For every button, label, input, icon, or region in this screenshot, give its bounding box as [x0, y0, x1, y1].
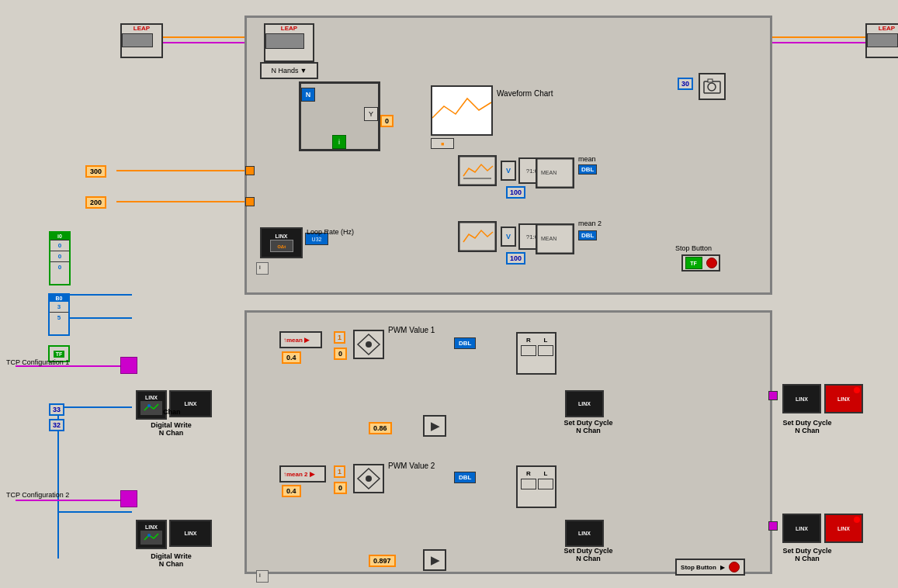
linx-block-dw-2[interactable]: LINX	[169, 520, 212, 547]
stop-button-label-1: Stop Button	[675, 244, 712, 252]
stop-circle-1	[706, 258, 717, 268]
subdiagram-i: i	[256, 262, 269, 275]
linx-right-4[interactable]: LINX	[824, 514, 863, 543]
const-04-1: 0.4	[282, 351, 301, 364]
digital-write-label-2: Digital Write N Chan	[142, 552, 200, 568]
set-duty-label-1: Set Duty Cycle N Chan	[557, 419, 619, 434]
boolean-indicator: TF	[685, 257, 702, 269]
loop-rate-label: Loop Rate (Hz)	[307, 228, 354, 236]
dbl-pwm-2: DBL	[454, 472, 476, 483]
v-node-2[interactable]: V	[501, 227, 516, 247]
stats-icon	[459, 157, 495, 185]
chan-label: Chan	[163, 408, 181, 416]
linx-icon-2	[143, 532, 160, 543]
const-04-2: 0.4	[282, 485, 301, 497]
rl-matrix-1[interactable]: R L	[516, 332, 556, 375]
svg-point-34	[366, 341, 372, 348]
svg-rect-31	[708, 79, 713, 82]
tunnel-pink-top-right	[768, 391, 778, 400]
linx-loop-rate[interactable]: LINX ⊙Δt	[260, 227, 303, 258]
statistics-mean-1[interactable]	[458, 155, 497, 186]
svg-rect-26	[459, 223, 495, 251]
rl-matrix-2[interactable]: R L	[516, 465, 556, 508]
y-terminal: Y	[364, 107, 378, 121]
const-0-1: 0	[334, 348, 347, 360]
svg-point-36	[366, 476, 372, 482]
linx-right-2[interactable]: LINX	[824, 384, 863, 413]
tcp-config-1-block[interactable]	[120, 357, 137, 374]
const-100-1: 100	[506, 186, 525, 199]
const-100-2: 100	[506, 252, 525, 265]
tunnel-200	[245, 197, 255, 206]
v-node-1[interactable]: V	[501, 161, 516, 181]
block-diagram-canvas: LEAP LEAP LEAP N Hands ▼ N Y i 0 Wavefor…	[0, 0, 898, 588]
camera-icon-node[interactable]	[699, 73, 726, 100]
select-node-1[interactable]	[353, 330, 384, 359]
leap-block-top-middle[interactable]: LEAP	[264, 23, 314, 62]
compare-node-1[interactable]: ▶	[423, 415, 446, 437]
set-duty-label-2: Set Duty Cycle N Chan	[557, 547, 619, 562]
linx-icon-1	[143, 403, 160, 413]
subdiagram-i-bottom: i	[256, 570, 269, 583]
chart-svg	[432, 87, 491, 134]
tunnel-pink-bottom-right	[768, 521, 778, 531]
statistics-mean2-1[interactable]	[458, 221, 497, 252]
const-086: 0.86	[369, 422, 392, 434]
dbl-mean-2: DBL	[578, 230, 597, 240]
pwm-value-2-label: PWM Value 2	[388, 462, 435, 470]
statistics-mean2-2[interactable]: MEAN	[536, 223, 574, 254]
build-array-node: ■	[431, 138, 454, 149]
waveform-chart[interactable]	[431, 85, 493, 136]
stop-button-control-1[interactable]: TF	[681, 254, 720, 272]
svg-rect-21	[432, 87, 491, 134]
svg-text:MEAN: MEAN	[541, 236, 556, 241]
statistics-mean-2-node[interactable]: MEAN	[536, 157, 574, 189]
stats-icon-4: MEAN	[537, 225, 573, 253]
mean-arrow-1[interactable]: ↑mean ▶	[279, 331, 322, 348]
const-0-2: 0	[334, 482, 347, 494]
n-terminal: N	[301, 88, 315, 102]
stop-button-text-2: Stop Button	[681, 564, 716, 571]
linx-block-bottom-1[interactable]: LINX	[136, 390, 167, 420]
leap-block-top-right[interactable]: LEAP	[865, 23, 898, 58]
const-33: 33	[49, 403, 64, 416]
const-0897: 0.897	[369, 555, 396, 567]
linx-right-1[interactable]: LINX	[782, 384, 821, 413]
linx-set-duty-1[interactable]: LINX	[565, 390, 604, 417]
svg-point-32	[147, 404, 151, 407]
dbl-pwm-1: DBL	[454, 337, 476, 349]
const-32: 32	[49, 419, 64, 431]
stats-icon-3	[459, 223, 495, 251]
select-node-2[interactable]	[353, 464, 384, 493]
green-ctrl-group[interactable]: i0 0 0 0	[49, 231, 71, 285]
n-hands-label: N Hands	[272, 67, 299, 74]
tcp-config-2-block[interactable]	[120, 490, 137, 507]
compare-node-2[interactable]: ▶	[423, 549, 446, 571]
svg-point-37	[147, 534, 151, 537]
pwm-value-1-label: PWM Value 1	[388, 326, 435, 334]
const-1-2: 1	[334, 465, 345, 478]
i-counter: i	[332, 135, 346, 149]
tcp-config-2-label: TCP Configuration 2	[6, 491, 69, 499]
n-hands-dropdown[interactable]: N Hands ▼	[260, 62, 318, 79]
linx-block-bottom-2[interactable]: LINX	[136, 520, 167, 549]
leap-block-top-left[interactable]: LEAP	[120, 23, 163, 58]
mean2-arrow-1[interactable]: ↑mean 2 ▶	[279, 465, 326, 483]
stats-icon-2: MEAN	[537, 159, 573, 187]
tunnel-300	[245, 166, 255, 175]
stop-button-control-2[interactable]: Stop Button ▶	[675, 559, 745, 576]
zero-const-1: 0	[380, 115, 394, 127]
blue-ctrl-group-1[interactable]: B0 3 5	[48, 293, 70, 336]
linx-set-duty-2[interactable]: LINX	[565, 520, 604, 547]
const-30: 30	[678, 78, 693, 90]
bottom-main-loop	[244, 310, 772, 574]
inner-for-loop: N Y i	[299, 81, 380, 151]
const-1-1: 1	[334, 331, 345, 344]
mean-label-1: mean	[578, 155, 596, 163]
waveform-chart-label: Waveform Chart	[497, 89, 553, 98]
set-duty-label-4: Set Duty Cycle N Chan	[776, 547, 838, 562]
camera-svg	[702, 77, 722, 96]
svg-text:MEAN: MEAN	[541, 170, 556, 175]
linx-right-3[interactable]: LINX	[782, 514, 821, 543]
digital-write-label-1: Digital Write N Chan	[142, 421, 200, 437]
